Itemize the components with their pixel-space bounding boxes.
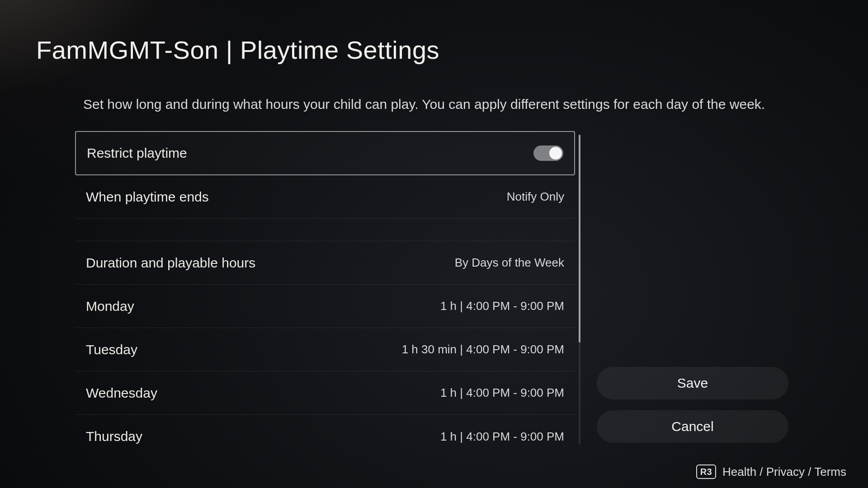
row-label: Tuesday — [86, 342, 137, 357]
save-button[interactable]: Save — [597, 367, 788, 399]
row-value: Notify Only — [507, 190, 564, 204]
row-day-thursday[interactable]: Thursday 1 h | 4:00 PM - 9:00 PM — [75, 415, 575, 456]
r3-button-icon: R3 — [696, 465, 716, 479]
cancel-button[interactable]: Cancel — [597, 410, 788, 443]
row-value: 1 h 30 min | 4:00 PM - 9:00 PM — [402, 343, 564, 357]
row-label: Wednesday — [86, 385, 157, 401]
row-value: 1 h | 4:00 PM - 9:00 PM — [440, 430, 564, 444]
row-value: 1 h | 4:00 PM - 9:00 PM — [440, 299, 564, 313]
row-label: Duration and playable hours — [86, 255, 255, 271]
row-label: When playtime ends — [86, 189, 209, 205]
row-label: Monday — [86, 299, 134, 314]
toggle-restrict-playtime[interactable] — [533, 145, 563, 161]
settings-scrollbar[interactable] — [579, 135, 580, 445]
page-description: Set how long and during what hours your … — [83, 97, 765, 112]
settings-list: Restrict playtime When playtime ends Not… — [75, 131, 575, 456]
row-value: By Days of the Week — [455, 256, 564, 270]
row-day-monday[interactable]: Monday 1 h | 4:00 PM - 9:00 PM — [75, 285, 575, 328]
row-restrict-playtime[interactable]: Restrict playtime — [75, 131, 575, 175]
row-label: Thursday — [86, 429, 142, 444]
toggle-knob — [549, 147, 562, 160]
footer-legal: R3 Health / Privacy / Terms — [696, 465, 846, 479]
row-duration-mode[interactable]: Duration and playable hours By Days of t… — [75, 241, 575, 285]
row-when-playtime-ends[interactable]: When playtime ends Notify Only — [75, 175, 575, 219]
footer-legal-links[interactable]: Health / Privacy / Terms — [722, 465, 846, 479]
row-value: 1 h | 4:00 PM - 9:00 PM — [440, 386, 564, 400]
page-title: FamMGMT-Son | Playtime Settings — [36, 35, 439, 65]
row-label: Restrict playtime — [87, 145, 187, 161]
row-day-wednesday[interactable]: Wednesday 1 h | 4:00 PM - 9:00 PM — [75, 371, 575, 415]
row-day-tuesday[interactable]: Tuesday 1 h 30 min | 4:00 PM - 9:00 PM — [75, 328, 575, 371]
scrollbar-thumb[interactable] — [579, 135, 580, 343]
section-gap — [75, 219, 575, 241]
